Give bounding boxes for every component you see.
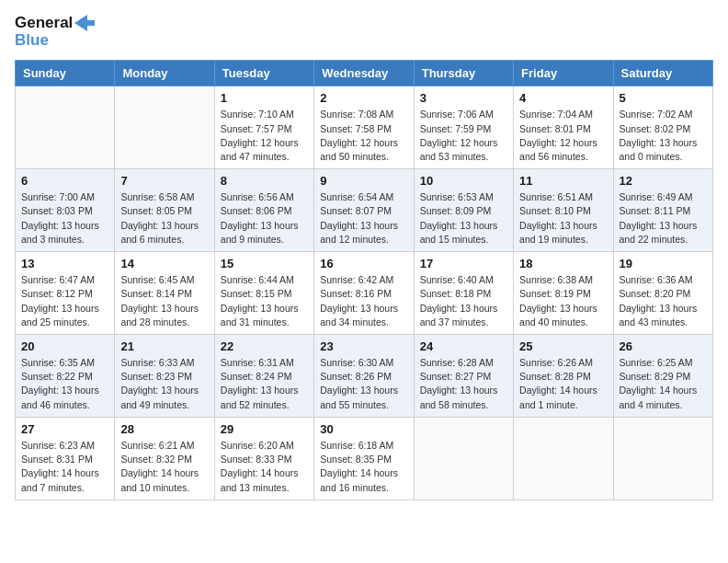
day-number: 29 <box>221 422 308 436</box>
calendar-day-cell: 17Sunrise: 6:40 AMSunset: 8:18 PMDayligh… <box>414 252 513 335</box>
day-info: Sunrise: 6:26 AMSunset: 8:28 PMDaylight:… <box>519 356 607 412</box>
calendar-day-cell: 21Sunrise: 6:33 AMSunset: 8:23 PMDayligh… <box>115 335 214 418</box>
calendar-day-cell: 16Sunrise: 6:42 AMSunset: 8:16 PMDayligh… <box>314 252 414 335</box>
day-info: Sunrise: 6:56 AMSunset: 8:06 PMDaylight:… <box>221 190 308 247</box>
day-number: 18 <box>519 257 607 270</box>
calendar-day-cell: 23Sunrise: 6:30 AMSunset: 8:26 PMDayligh… <box>314 335 414 418</box>
logo-text-block: General Blue <box>15 15 95 49</box>
day-number: 27 <box>21 422 108 436</box>
day-number: 19 <box>620 257 707 270</box>
day-info: Sunrise: 7:06 AMSunset: 7:59 PMDaylight:… <box>420 108 507 164</box>
day-number: 17 <box>420 257 507 270</box>
calendar-day-cell: 30Sunrise: 6:18 AMSunset: 8:35 PMDayligh… <box>314 417 414 500</box>
calendar-day-cell <box>16 86 115 169</box>
logo-blue: Blue <box>15 32 95 50</box>
day-of-week-header: Sunday <box>16 61 115 86</box>
day-number: 1 <box>221 91 308 105</box>
day-info: Sunrise: 6:40 AMSunset: 8:18 PMDaylight:… <box>420 273 507 329</box>
day-info: Sunrise: 6:28 AMSunset: 8:27 PMDaylight:… <box>420 356 507 412</box>
day-info: Sunrise: 6:30 AMSunset: 8:26 PMDaylight:… <box>320 356 407 412</box>
day-number: 23 <box>320 339 407 353</box>
day-info: Sunrise: 6:23 AMSunset: 8:31 PMDaylight:… <box>21 439 108 495</box>
calendar-week-row: 6Sunrise: 7:00 AMSunset: 8:03 PMDaylight… <box>16 169 713 252</box>
day-number: 2 <box>320 91 407 105</box>
calendar-week-row: 20Sunrise: 6:35 AMSunset: 8:22 PMDayligh… <box>16 335 713 418</box>
day-number: 5 <box>620 91 707 105</box>
day-info: Sunrise: 6:35 AMSunset: 8:22 PMDaylight:… <box>21 356 108 412</box>
calendar-day-cell: 5Sunrise: 7:02 AMSunset: 8:02 PMDaylight… <box>613 86 712 169</box>
day-info: Sunrise: 6:54 AMSunset: 8:07 PMDaylight:… <box>320 190 407 247</box>
day-info: Sunrise: 6:21 AMSunset: 8:32 PMDaylight:… <box>120 439 208 495</box>
calendar-day-cell: 19Sunrise: 6:36 AMSunset: 8:20 PMDayligh… <box>613 252 712 335</box>
day-info: Sunrise: 6:31 AMSunset: 8:24 PMDaylight:… <box>221 356 308 412</box>
day-info: Sunrise: 7:08 AMSunset: 7:58 PMDaylight:… <box>320 108 407 164</box>
day-of-week-header: Thursday <box>414 61 513 86</box>
calendar-header-row: SundayMondayTuesdayWednesdayThursdayFrid… <box>16 61 713 86</box>
calendar-day-cell: 28Sunrise: 6:21 AMSunset: 8:32 PMDayligh… <box>115 417 214 500</box>
calendar-day-cell: 20Sunrise: 6:35 AMSunset: 8:22 PMDayligh… <box>16 335 115 418</box>
calendar-day-cell: 11Sunrise: 6:51 AMSunset: 8:10 PMDayligh… <box>514 169 613 252</box>
calendar-day-cell <box>613 417 712 500</box>
calendar-week-row: 13Sunrise: 6:47 AMSunset: 8:12 PMDayligh… <box>16 252 713 335</box>
day-number: 21 <box>120 339 208 353</box>
logo-general: General <box>15 15 73 32</box>
day-number: 20 <box>21 339 108 353</box>
calendar-day-cell: 6Sunrise: 7:00 AMSunset: 8:03 PMDaylight… <box>16 169 115 252</box>
day-number: 6 <box>21 174 108 188</box>
day-info: Sunrise: 6:38 AMSunset: 8:19 PMDaylight:… <box>519 273 607 329</box>
day-number: 28 <box>120 422 208 436</box>
day-number: 7 <box>120 174 208 188</box>
day-info: Sunrise: 7:10 AMSunset: 7:57 PMDaylight:… <box>221 108 308 164</box>
day-info: Sunrise: 7:02 AMSunset: 8:02 PMDaylight:… <box>620 108 707 164</box>
page-header: General Blue <box>15 15 713 49</box>
calendar-day-cell: 12Sunrise: 6:49 AMSunset: 8:11 PMDayligh… <box>613 169 712 252</box>
day-info: Sunrise: 6:58 AMSunset: 8:05 PMDaylight:… <box>120 190 208 247</box>
day-number: 13 <box>21 257 108 270</box>
day-info: Sunrise: 6:18 AMSunset: 8:35 PMDaylight:… <box>320 439 407 495</box>
day-info: Sunrise: 6:45 AMSunset: 8:14 PMDaylight:… <box>120 273 208 329</box>
day-number: 15 <box>221 257 308 270</box>
day-number: 22 <box>221 339 308 353</box>
day-number: 25 <box>519 339 607 353</box>
day-info: Sunrise: 6:42 AMSunset: 8:16 PMDaylight:… <box>320 273 407 329</box>
calendar-day-cell <box>115 86 214 169</box>
logo: General Blue <box>15 15 95 49</box>
day-info: Sunrise: 6:53 AMSunset: 8:09 PMDaylight:… <box>420 190 507 247</box>
day-of-week-header: Tuesday <box>214 61 313 86</box>
day-number: 12 <box>620 174 707 188</box>
calendar-day-cell: 22Sunrise: 6:31 AMSunset: 8:24 PMDayligh… <box>214 335 313 418</box>
day-of-week-header: Friday <box>514 61 613 86</box>
day-info: Sunrise: 6:51 AMSunset: 8:10 PMDaylight:… <box>519 190 607 247</box>
svg-marker-0 <box>74 15 95 31</box>
calendar-table: SundayMondayTuesdayWednesdayThursdayFrid… <box>15 60 713 500</box>
day-number: 4 <box>519 91 607 105</box>
day-info: Sunrise: 7:00 AMSunset: 8:03 PMDaylight:… <box>21 190 108 247</box>
calendar-day-cell: 9Sunrise: 6:54 AMSunset: 8:07 PMDaylight… <box>314 169 414 252</box>
day-info: Sunrise: 6:49 AMSunset: 8:11 PMDaylight:… <box>620 190 707 247</box>
calendar-day-cell: 29Sunrise: 6:20 AMSunset: 8:33 PMDayligh… <box>214 417 313 500</box>
day-of-week-header: Wednesday <box>314 61 414 86</box>
day-number: 10 <box>420 174 507 188</box>
calendar-day-cell: 7Sunrise: 6:58 AMSunset: 8:05 PMDaylight… <box>115 169 214 252</box>
calendar-week-row: 1Sunrise: 7:10 AMSunset: 7:57 PMDaylight… <box>16 86 713 169</box>
day-info: Sunrise: 6:44 AMSunset: 8:15 PMDaylight:… <box>221 273 308 329</box>
calendar-day-cell: 8Sunrise: 6:56 AMSunset: 8:06 PMDaylight… <box>214 169 313 252</box>
calendar-day-cell: 1Sunrise: 7:10 AMSunset: 7:57 PMDaylight… <box>214 86 313 169</box>
day-number: 9 <box>320 174 407 188</box>
logo-arrow-icon <box>74 15 95 31</box>
calendar-day-cell: 24Sunrise: 6:28 AMSunset: 8:27 PMDayligh… <box>414 335 513 418</box>
calendar-day-cell <box>514 417 613 500</box>
calendar-day-cell <box>414 417 513 500</box>
day-info: Sunrise: 6:25 AMSunset: 8:29 PMDaylight:… <box>620 356 707 412</box>
day-info: Sunrise: 6:47 AMSunset: 8:12 PMDaylight:… <box>21 273 108 329</box>
day-number: 14 <box>120 257 208 270</box>
calendar-day-cell: 10Sunrise: 6:53 AMSunset: 8:09 PMDayligh… <box>414 169 513 252</box>
day-info: Sunrise: 6:33 AMSunset: 8:23 PMDaylight:… <box>120 356 208 412</box>
day-info: Sunrise: 7:04 AMSunset: 8:01 PMDaylight:… <box>519 108 607 164</box>
calendar-week-row: 27Sunrise: 6:23 AMSunset: 8:31 PMDayligh… <box>16 417 713 500</box>
calendar-day-cell: 13Sunrise: 6:47 AMSunset: 8:12 PMDayligh… <box>16 252 115 335</box>
day-number: 24 <box>420 339 507 353</box>
calendar-day-cell: 26Sunrise: 6:25 AMSunset: 8:29 PMDayligh… <box>613 335 712 418</box>
day-info: Sunrise: 6:36 AMSunset: 8:20 PMDaylight:… <box>620 273 707 329</box>
day-number: 16 <box>320 257 407 270</box>
